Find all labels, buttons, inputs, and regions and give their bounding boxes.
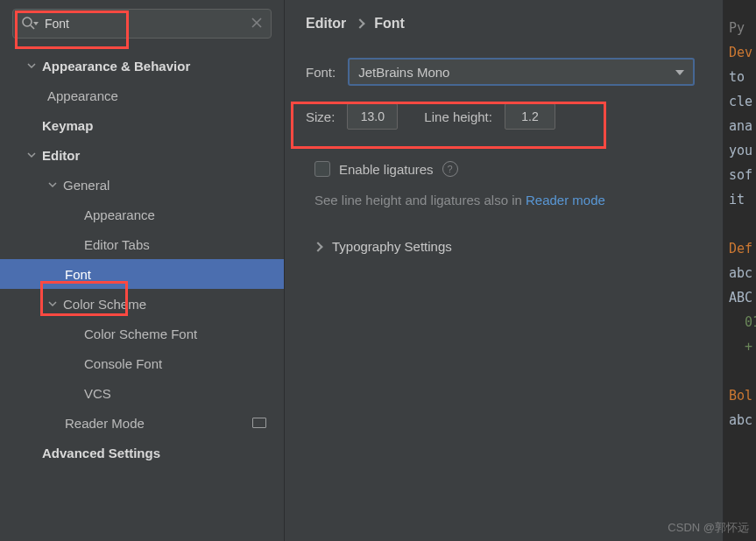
sidebar-item-advanced[interactable]: Advanced Settings <box>0 438 284 467</box>
font-label: Font: <box>306 65 336 80</box>
chevron-down-icon <box>675 70 684 75</box>
help-icon[interactable]: ? <box>442 161 458 177</box>
size-row: Size: Line height: <box>306 103 723 130</box>
tree-label: General <box>63 178 110 193</box>
sidebar-item-keymap[interactable]: Keymap <box>0 110 284 140</box>
search-dropdown-icon[interactable] <box>33 22 39 25</box>
svg-point-0 <box>23 18 32 26</box>
tree-label: Keymap <box>42 118 93 133</box>
settings-sidebar: Appearance & Behavior Appearance Keymap … <box>0 0 285 541</box>
sidebar-item-font[interactable]: Font <box>0 259 284 289</box>
tree-label: Color Scheme Font <box>84 327 197 341</box>
size-label: Size: <box>306 109 335 124</box>
sidebar-item-editor-tabs[interactable]: Editor Tabs <box>0 229 284 259</box>
svg-line-1 <box>31 25 34 29</box>
sidebar-item-general[interactable]: General <box>0 170 284 200</box>
clear-search-icon[interactable] <box>251 17 263 29</box>
settings-pane: Editor Font Font: JetBrains Mono Size: L… <box>285 0 723 541</box>
ligatures-row: Enable ligatures ? <box>314 161 723 177</box>
ligatures-checkbox[interactable] <box>314 161 330 177</box>
breadcrumb-font: Font <box>374 16 405 32</box>
settings-tree: Appearance & Behavior Appearance Keymap … <box>0 47 284 467</box>
font-select[interactable]: JetBrains Mono <box>348 58 695 86</box>
tree-label: Console Font <box>84 356 162 371</box>
chevron-down-icon <box>47 179 58 190</box>
sidebar-item-gen-appearance[interactable]: Appearance <box>0 200 284 229</box>
font-preview: Py Dev to cle ana you sof it Def abc ABC… <box>723 0 756 541</box>
chevron-down-icon <box>26 60 37 71</box>
tree-label: VCS <box>84 386 111 401</box>
sidebar-item-appearance-behavior[interactable]: Appearance & Behavior <box>0 51 284 81</box>
chevron-down-icon <box>47 299 58 309</box>
breadcrumb: Editor Font <box>306 16 723 32</box>
sidebar-item-cs-font[interactable]: Color Scheme Font <box>0 319 284 348</box>
search-wrap <box>12 9 272 39</box>
tree-label: Advanced Settings <box>42 446 160 460</box>
ligatures-label: Enable ligatures <box>339 162 434 177</box>
sidebar-item-reader-mode[interactable]: Reader Mode <box>0 408 284 438</box>
hint-text: See line height and ligatures also in <box>314 193 526 207</box>
line-height-label: Line height: <box>424 109 492 124</box>
sidebar-item-vcs[interactable]: VCS <box>0 378 284 408</box>
reader-mode-icon <box>252 418 266 428</box>
font-row: Font: JetBrains Mono <box>306 58 723 86</box>
sidebar-item-console-font[interactable]: Console Font <box>0 348 284 378</box>
typography-settings[interactable]: Typography Settings <box>314 239 723 254</box>
tree-label: Editor Tabs <box>84 237 150 252</box>
sidebar-item-color-scheme[interactable]: Color Scheme <box>0 289 284 319</box>
typography-label: Typography Settings <box>332 239 452 254</box>
breadcrumb-editor[interactable]: Editor <box>306 16 346 32</box>
size-input[interactable] <box>347 103 398 130</box>
chevron-right-icon <box>356 18 365 28</box>
reader-mode-link[interactable]: Reader mode <box>526 193 605 207</box>
search-input[interactable] <box>12 9 272 39</box>
watermark: CSDN @郭怀远 <box>668 520 749 536</box>
chevron-down-icon <box>26 150 37 160</box>
main-panel: Editor Font Font: JetBrains Mono Size: L… <box>285 0 756 541</box>
tree-label: Appearance <box>47 88 118 103</box>
tree-label: Font <box>65 267 91 282</box>
chevron-right-icon <box>313 242 322 251</box>
tree-label: Appearance & Behavior <box>42 59 190 74</box>
line-height-input[interactable] <box>505 103 555 130</box>
font-value: JetBrains Mono <box>358 65 449 80</box>
tree-label: Editor <box>42 148 80 163</box>
tree-label: Reader Mode <box>65 416 145 431</box>
hint-line: See line height and ligatures also in Re… <box>314 193 723 207</box>
sidebar-item-appearance[interactable]: Appearance <box>0 81 284 110</box>
sidebar-item-editor[interactable]: Editor <box>0 140 284 170</box>
tree-label: Color Scheme <box>63 297 146 312</box>
tree-label: Appearance <box>84 207 155 222</box>
